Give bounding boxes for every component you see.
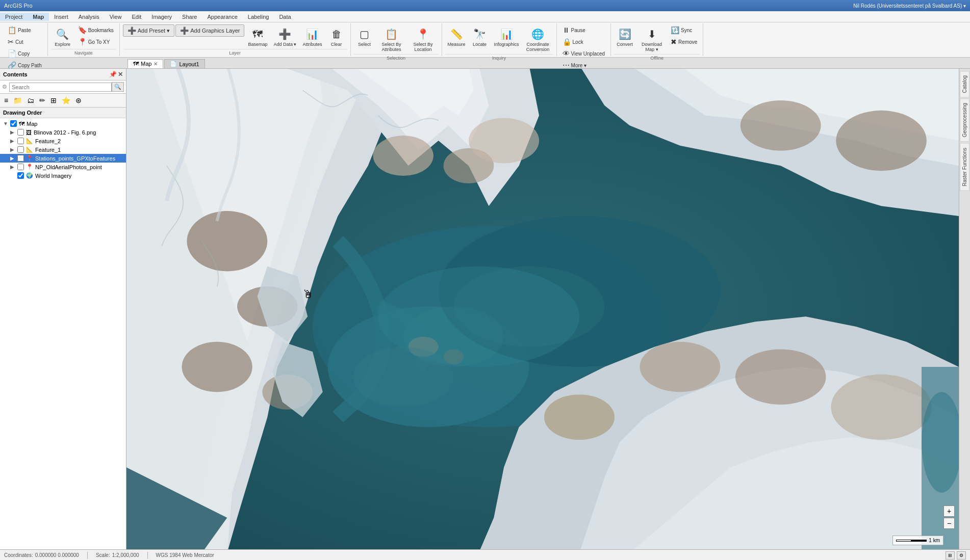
view-unplaced-button[interactable]: 👁 View Unplaced	[560, 48, 608, 59]
inquiry-buttons: 📏 Measure 🔭 Locate 📊 Infographics 🌐 Coor…	[445, 24, 553, 54]
layer-item-feature1[interactable]: ▶ 📐 Feature_1	[0, 145, 126, 154]
stations-layer-icon: 📍	[26, 155, 33, 162]
copy-button[interactable]: 📄 Copy	[5, 48, 44, 59]
tab-map[interactable]: 🗺 Map ✕	[127, 59, 163, 68]
layer-item-stations[interactable]: ▶ 📍 Stations_points_GPXtoFeatures	[0, 154, 126, 163]
download-map-button[interactable]: ⬇ Download Map ▾	[636, 24, 667, 54]
locate-button[interactable]: 🔭 Locate	[469, 24, 491, 49]
more-layers-icon[interactable]: ⊛	[73, 95, 84, 105]
labeling-more-icon: ⋯	[563, 61, 570, 69]
paste-button[interactable]: 📋 Paste	[5, 24, 44, 36]
status-bar: Coordinates: 0.000000 0.000000 Scale: 1:…	[0, 549, 970, 560]
menu-project[interactable]: Project	[0, 13, 28, 21]
checkbox-world[interactable]	[17, 172, 24, 179]
search-button[interactable]: 🔍	[112, 82, 124, 92]
layer-item-feature2[interactable]: ▶ 📐 Feature_2	[0, 137, 126, 145]
convert-button[interactable]: 🔄 Convert	[614, 24, 635, 49]
inquiry-label: Inquiry	[445, 54, 553, 61]
coordinate-icon: 🌐	[530, 26, 546, 42]
offline-label: Offline	[614, 54, 700, 61]
zoom-in-button[interactable]: +	[943, 505, 955, 517]
fit-to-window-button[interactable]: ⊞	[946, 551, 955, 559]
cut-button[interactable]: ✂ Cut	[5, 36, 44, 47]
checkbox-np[interactable]	[17, 164, 24, 170]
select-button[interactable]: ▢ Select	[354, 24, 375, 49]
layer-item-world[interactable]: 🌍 World Imagery	[0, 171, 126, 180]
measure-button[interactable]: 📏 Measure	[445, 24, 468, 49]
layer-label: Layer	[123, 49, 347, 56]
scale-value: 1:2,000,000	[112, 552, 139, 558]
menu-view[interactable]: View	[105, 13, 127, 21]
menu-analysis[interactable]: Analysis	[73, 13, 105, 21]
explore-button[interactable]: 🔍 Explore	[51, 24, 74, 49]
right-tab-raster[interactable]: Raster Functions	[960, 143, 969, 191]
clear-button[interactable]: 🗑 Clear	[326, 24, 347, 49]
pin-icon[interactable]: 📌	[109, 71, 117, 78]
menu-map[interactable]: Map	[28, 13, 49, 21]
app-title: ArcGIS Pro	[4, 3, 33, 9]
search-input[interactable]	[9, 83, 112, 92]
right-tab-geoprocessing[interactable]: Geoprocessing	[960, 98, 969, 142]
selection-label: Selection	[354, 54, 439, 61]
right-tab-catalog[interactable]: Catalog	[960, 71, 969, 97]
expand-arrow-feature2: ▶	[10, 138, 15, 144]
ribbon: 📋 Paste ✂ Cut 📄 Copy 🔗 Copy Path	[0, 22, 970, 58]
goto-xy-button[interactable]: 📍 Go To XY	[75, 36, 116, 47]
layer-item-blinova[interactable]: ▶ 🖼 Blinova 2012 - Fig. 6.png	[0, 128, 126, 137]
coordinate-button[interactable]: 🌐 Coordinate Conversion	[523, 24, 553, 54]
bookmark-icon[interactable]: ⭐	[60, 95, 72, 105]
status-settings-button[interactable]: ⚙	[957, 551, 966, 559]
add-graphics-button[interactable]: ➕ Add Graphics Layer	[175, 24, 244, 37]
layer-item-map[interactable]: ▼ 🗺 Map	[0, 119, 126, 128]
title-bar: ArcGIS Pro Nil Rodés (Universitetssenter…	[0, 0, 970, 11]
remove-button[interactable]: ✖ Remove	[668, 36, 700, 47]
map-svg	[126, 69, 959, 549]
close-panel-icon[interactable]: ✕	[118, 71, 123, 78]
add-data-button[interactable]: ➕ Add Data ▾	[271, 24, 299, 49]
menu-data[interactable]: Data	[274, 13, 296, 21]
menu-labeling[interactable]: Labeling	[243, 13, 274, 21]
checkbox-feature2[interactable]	[17, 138, 24, 144]
attributes-button[interactable]: 📊 Attributes	[300, 24, 324, 49]
svg-point-26	[640, 342, 720, 392]
pause-button[interactable]: ⏸ Pause	[560, 24, 608, 36]
infographics-button[interactable]: 📊 Infographics	[492, 24, 522, 49]
world-layer-icon: 🌍	[26, 172, 33, 179]
edit-layer-icon[interactable]: ✏	[37, 95, 47, 105]
basemap-button[interactable]: 🗺 Basemap	[245, 24, 270, 49]
scale-display: Scale: 1:2,000,000	[96, 552, 139, 558]
checkbox-blinova[interactable]	[17, 129, 24, 136]
user-info[interactable]: Nil Rodés (Universitetssenteret på Svalb…	[853, 3, 966, 9]
layer-toolbar: ≡ 📁 🗂 ✏ ⊞ ⭐ ⊛	[0, 94, 126, 108]
select-by-attr-button[interactable]: 📋 Select By Attributes	[376, 24, 407, 54]
coords-label: Coordinates:	[4, 552, 33, 558]
bookmarks-button[interactable]: 🔖 Bookmarks	[75, 24, 116, 36]
tab-map-close[interactable]: ✕	[154, 61, 158, 67]
map-area[interactable]: 🖱 1 km + −	[126, 69, 959, 549]
layer-name-world: World Imagery	[35, 173, 123, 179]
list-view-icon[interactable]: ≡	[2, 95, 10, 105]
menu-insert[interactable]: Insert	[49, 13, 73, 21]
expand-arrow-blinova: ▶	[10, 129, 15, 135]
zoom-out-button[interactable]: −	[943, 518, 955, 529]
tab-layout1[interactable]: 📄 Layout1	[164, 59, 205, 68]
add-preset-button[interactable]: ➕ Add Preset ▾	[123, 24, 174, 37]
menu-share[interactable]: Share	[177, 13, 202, 21]
checkbox-feature1[interactable]	[17, 146, 24, 153]
checkbox-stations[interactable]	[17, 155, 24, 162]
layer-buttons: ➕ Add Preset ▾ ➕ Add Graphics Layer 🗺 Ba…	[123, 24, 347, 49]
lock-button[interactable]: 🔒 Lock	[560, 36, 608, 47]
layer-item-np-aerial[interactable]: ▶ 📍 NP_OldAerialPhotos_point	[0, 163, 126, 171]
layer-name-blinova: Blinova 2012 - Fig. 6.png	[34, 129, 123, 136]
table-icon[interactable]: ⊞	[48, 95, 59, 105]
feature1-layer-icon: 📐	[26, 146, 33, 153]
sync-button[interactable]: 🔃 Sync	[668, 24, 700, 36]
menu-imagery[interactable]: Imagery	[146, 13, 177, 21]
layer-icon[interactable]: 🗂	[25, 95, 36, 105]
status-sep-2	[147, 552, 148, 559]
menu-appearance[interactable]: Appearance	[202, 13, 242, 21]
menu-edit[interactable]: Edit	[126, 13, 146, 21]
select-by-loc-button[interactable]: 📍 Select By Location	[408, 24, 439, 54]
checkbox-map[interactable]	[10, 120, 17, 127]
group-layer-icon[interactable]: 📁	[11, 95, 24, 105]
